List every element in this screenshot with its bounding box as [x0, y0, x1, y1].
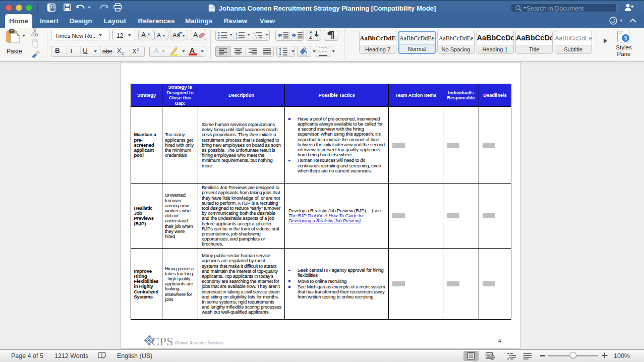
svg-text:3: 3 [236, 36, 237, 39]
svg-text:i: i [256, 36, 257, 39]
